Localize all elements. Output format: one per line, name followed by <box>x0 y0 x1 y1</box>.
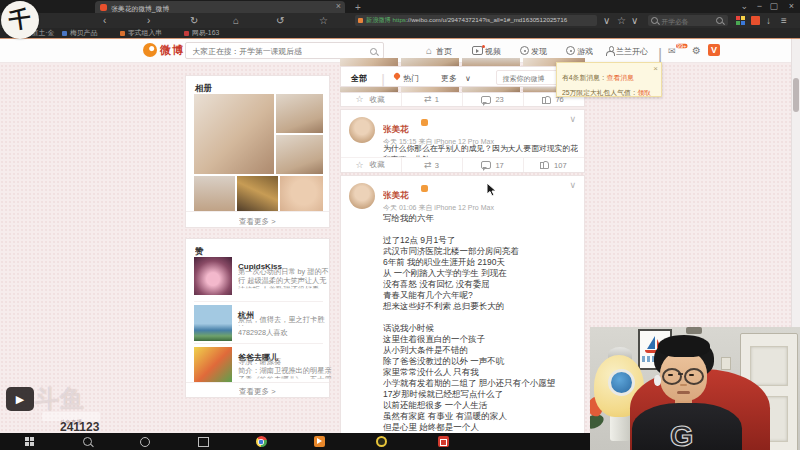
album-photo[interactable] <box>194 176 235 212</box>
tab-all[interactable]: 全部 <box>351 70 371 84</box>
nav-item-profile[interactable]: 兰兰开心 <box>616 38 656 62</box>
send-icon[interactable]: ∨ <box>603 15 610 26</box>
post-menu-chevron-icon[interactable]: ∨ <box>569 114 576 124</box>
site-badge-icon <box>358 18 363 23</box>
post-body: 为什么你那么在乎别人的成见？因为大人要面对现实的花和事项，共勉 <box>383 143 582 157</box>
new-tab-button[interactable]: + <box>355 2 361 13</box>
favorite-icon[interactable]: ☆ <box>617 15 626 26</box>
taskbar-search-button[interactable] <box>76 433 98 450</box>
taskbar-app-orange[interactable] <box>308 433 330 450</box>
browser-titlebar: 张美花的微博_微博 × + ⌄ − ▢ × <box>0 0 800 13</box>
avatar[interactable] <box>349 117 375 143</box>
game-icon <box>566 46 575 55</box>
feed-search-input[interactable] <box>501 73 549 83</box>
mail-icon[interactable]: ✉ <box>668 46 676 56</box>
window-menu-icon[interactable]: ⌄ <box>740 0 748 13</box>
home-button[interactable]: ⌂ <box>233 15 239 26</box>
notice-close-icon[interactable]: × <box>653 64 658 73</box>
tab-close-icon[interactable]: × <box>336 1 341 11</box>
notice-text: 25万限定大礼包人气值： <box>562 89 638 96</box>
like-item[interactable]: CupidsKiss 第一次心动的日常 by 甜的不行 超级温柔的大笑声让人无法… <box>194 257 323 297</box>
download-icon[interactable]: ↓ <box>766 15 771 26</box>
scrollbar-thumb[interactable] <box>793 78 799 112</box>
favorite-button[interactable]: ☆收藏 <box>341 158 402 172</box>
window-close-button[interactable]: × <box>789 0 794 13</box>
post-username[interactable]: 张美花 <box>383 189 409 201</box>
taskbar-app-ring[interactable] <box>370 433 392 450</box>
album-more-link[interactable]: 查看更多 > <box>186 211 329 227</box>
menu-icon[interactable]: ≡ <box>781 15 787 26</box>
url-rest: ://weibo.com/u/2947437214?is_all=1#_md16… <box>406 16 567 23</box>
back-button[interactable]: ‹ <box>103 15 106 26</box>
task-view-button[interactable] <box>192 433 214 450</box>
vip-icon[interactable]: V <box>708 44 720 56</box>
star-icon: ☆ <box>355 95 363 104</box>
taskbar-app-red[interactable] <box>432 433 454 450</box>
douyu-logo-icon: ▶ <box>6 387 34 411</box>
task-view-icon <box>198 437 209 447</box>
settings-gear-icon[interactable]: ⚙ <box>692 45 701 56</box>
browser-tab[interactable]: 张美花的微博_微博 × <box>95 1 345 13</box>
repost-button[interactable]: ⇄3 <box>402 158 463 172</box>
like-button[interactable]: 107 <box>524 158 584 172</box>
comment-button[interactable]: 17 <box>463 158 524 172</box>
light-switch <box>721 357 731 370</box>
tab-hot[interactable]: 热门 <box>403 70 423 84</box>
thumbs-up-icon <box>540 161 549 169</box>
cortana-button[interactable] <box>134 433 156 450</box>
post: 张美花 今天 01:06 来自 iPhone 12 Pro Max ∨ 写给我的… <box>340 175 585 433</box>
start-button[interactable] <box>18 433 40 450</box>
comment-icon <box>481 161 491 169</box>
apps-grid-icon[interactable] <box>736 16 745 25</box>
album-photo[interactable] <box>194 94 274 174</box>
like-item[interactable]: 杭州 景点，值得去，里之打卡胜地… 4782928人喜欢 <box>194 301 323 342</box>
post-actionbar: ☆收藏 ⇄1 23 76 <box>340 92 585 107</box>
weibo-logo-icon[interactable] <box>143 43 157 57</box>
forward-button[interactable]: › <box>147 15 150 26</box>
post-username[interactable]: 张美花 <box>383 123 409 135</box>
repost-button[interactable]: ⇄1 <box>402 93 463 106</box>
circle-icon <box>140 437 150 447</box>
sail-shape <box>647 336 655 349</box>
window-maximize-button[interactable]: ▢ <box>769 0 778 13</box>
weibo-search-input[interactable] <box>191 46 327 57</box>
bookmark-icon <box>120 31 125 36</box>
flag-icon[interactable] <box>751 16 760 25</box>
album-photo[interactable] <box>276 94 323 133</box>
album-photo[interactable] <box>280 176 323 212</box>
post-menu-chevron-icon[interactable]: ∨ <box>569 180 576 190</box>
profile-icon <box>606 46 614 55</box>
reload-button[interactable]: ↻ <box>190 15 198 26</box>
refresh-button[interactable]: ↺ <box>276 15 284 26</box>
album-photo[interactable] <box>237 176 278 212</box>
notice-link[interactable]: 领取 <box>638 89 652 96</box>
avatar[interactable] <box>349 183 375 209</box>
webcam-overlay: G <box>590 327 800 450</box>
bookmark-icon <box>184 31 189 36</box>
dropdown-caret-icon[interactable]: ∨ <box>631 15 638 26</box>
browser-search-input[interactable] <box>660 17 698 26</box>
likes-more-link[interactable]: 查看更多 > <box>186 382 329 397</box>
like-item[interactable]: 爸爸去哪儿 导演：谢涤葵 简介：湖南卫视推出的明星亲子秀《爸爸去哪儿》，五十四期… <box>194 343 323 384</box>
flame-icon <box>393 72 401 80</box>
comment-button[interactable]: 23 <box>463 93 524 106</box>
taskbar-app-chrome[interactable] <box>250 433 272 450</box>
bookmark-star-icon[interactable]: ☆ <box>319 15 328 26</box>
weibo-favicon-icon <box>100 4 107 11</box>
like-item-meta: 4782928人喜欢 <box>238 329 332 336</box>
album-photo[interactable] <box>276 135 323 174</box>
weibo-search-box[interactable] <box>185 42 384 59</box>
discover-icon <box>520 46 529 55</box>
earphone <box>654 375 661 386</box>
tab-more[interactable]: 更多 ∨ <box>441 70 473 84</box>
favorite-button[interactable]: ☆收藏 <box>341 93 402 106</box>
comment-icon <box>481 96 491 104</box>
browser-search-box[interactable] <box>648 15 728 26</box>
weibo-logo-text[interactable]: 微博 <box>160 43 184 58</box>
album-card: 相册 查看更多 > <box>185 75 330 228</box>
window-minimize-button[interactable]: − <box>757 0 762 13</box>
star-icon: ☆ <box>355 161 363 170</box>
post: 张美花 今天 15:15 来自 iPhone 12 Pro Max ∨ 为什么你… <box>340 109 585 173</box>
notice-link[interactable]: 查看消息 <box>607 74 634 81</box>
url-field[interactable]: 新浪微博 https://weibo.com/u/2947437214?is_a… <box>355 15 597 26</box>
